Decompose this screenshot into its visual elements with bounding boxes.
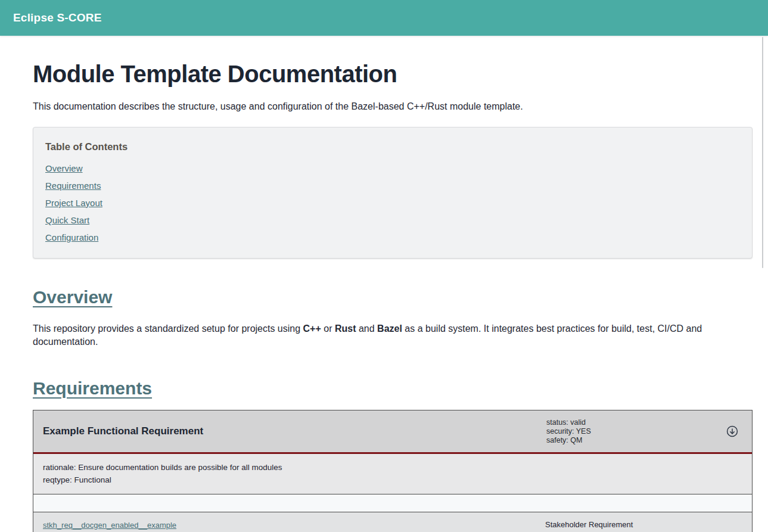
overview-text-part: This repository provides a standardized … [33, 323, 303, 334]
status-line: security: YES [546, 427, 713, 436]
overview-bold-rust: Rust [335, 323, 356, 334]
toc-link-requirements[interactable]: Requirements [45, 181, 101, 191]
requirements-heading[interactable]: Requirements [33, 378, 152, 399]
overview-text-part: or [321, 323, 335, 334]
overview-bold-cpp: C++ [303, 323, 321, 334]
overview-bold-bazel: Bazel [377, 323, 402, 334]
requirement-fields: rationale: Ensure documentation builds a… [33, 454, 752, 494]
app-header: Eclipse S-CORE [0, 0, 768, 36]
field-reqtype: reqtype: Functional [43, 474, 742, 486]
status-line: safety: QM [546, 436, 713, 445]
overview-paragraph: This repository provides a standardized … [33, 322, 753, 349]
toc-link-project-layout[interactable]: Project Layout [45, 198, 102, 208]
related-link-cell: stkh_req__docgen_enabled__example [43, 519, 545, 530]
status-line: status: valid [546, 418, 713, 427]
requirement-related-row: stkh_req__docgen_enabled__example Stakeh… [33, 512, 752, 532]
download-icon[interactable] [726, 425, 739, 438]
related-requirement-link[interactable]: stkh_req__docgen_enabled__example [43, 521, 176, 530]
toc-link-overview[interactable]: Overview [45, 164, 83, 173]
intro-paragraph: This documentation describes the structu… [33, 100, 753, 113]
overview-text-part: and [356, 323, 378, 334]
toc-link-configuration[interactable]: Configuration [45, 233, 98, 242]
toc-link-quick-start[interactable]: Quick Start [45, 216, 89, 225]
field-rationale: rationale: Ensure documentation builds a… [43, 461, 742, 474]
requirement-card: Example Functional Requirement status: v… [33, 410, 753, 532]
overview-heading[interactable]: Overview [33, 287, 112, 307]
requirement-status-block: status: valid security: YES safety: QM [546, 418, 713, 445]
requirement-card-header: Example Functional Requirement status: v… [33, 410, 752, 454]
table-of-contents: Table of Contents Overview Requirements … [33, 127, 753, 259]
vertical-scrollbar-thumb[interactable] [762, 37, 763, 268]
brand-logo[interactable]: Eclipse S-CORE [13, 11, 102, 24]
related-requirement-type: Stakeholder Requirement [545, 520, 633, 529]
requirement-empty-row [33, 494, 752, 512]
main-content: Module Template Documentation This docum… [33, 60, 753, 532]
requirement-title: Example Functional Requirement [43, 425, 546, 437]
page-title: Module Template Documentation [33, 60, 753, 88]
requirement-icon-cell [713, 425, 752, 438]
toc-title: Table of Contents [45, 141, 740, 153]
